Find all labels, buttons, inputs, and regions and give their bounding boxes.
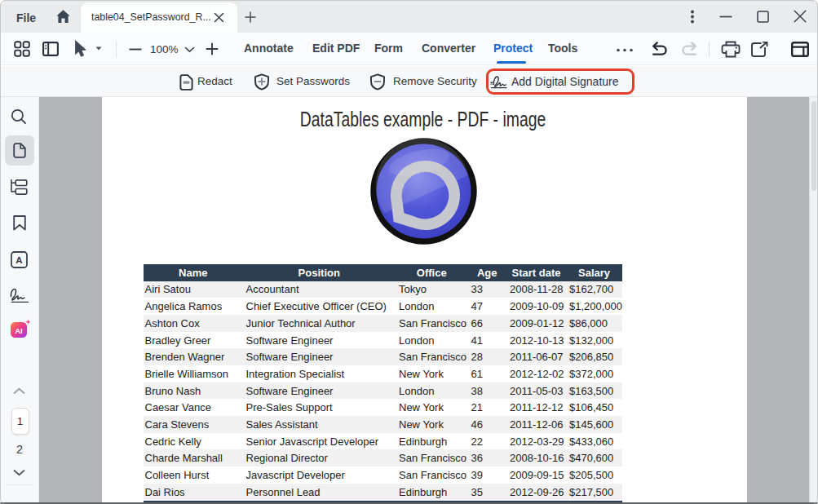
svg-text:A: A <box>15 255 22 265</box>
svg-text:AI: AI <box>15 326 23 335</box>
